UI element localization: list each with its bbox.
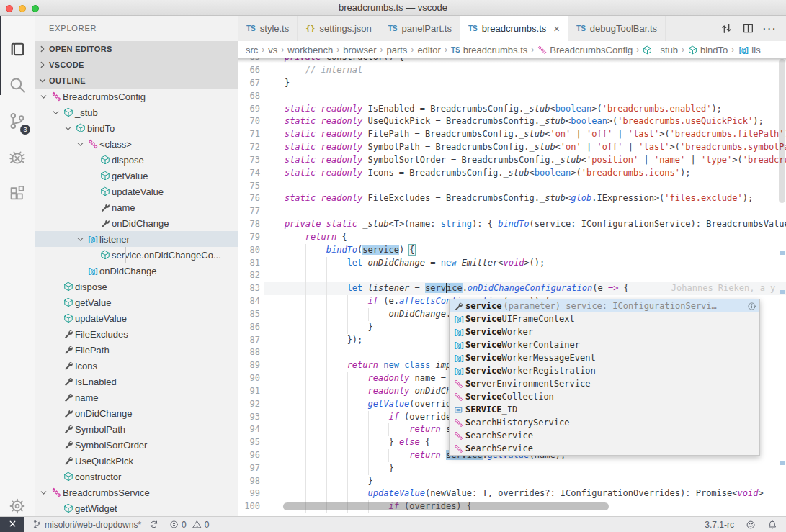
code-line-66[interactable]: // internal <box>264 64 786 77</box>
breadcrumb-item-src[interactable]: src <box>246 45 258 55</box>
suggest-item-servicecollection[interactable]: ServiceCollection <box>450 390 759 403</box>
outline-item-service-ondidchangeco-[interactable]: service.onDidChangeCo... <box>35 247 238 263</box>
outline-item-name[interactable]: name <box>35 199 238 215</box>
outline-item-ondidchange[interactable]: onDidChange <box>35 405 238 421</box>
chevron-down-icon[interactable] <box>38 91 49 102</box>
outline-item-name[interactable]: name <box>35 389 238 405</box>
suggest-item-serviceworkermessageevent[interactable]: [@]ServiceWorkerMessageEvent <box>450 351 759 364</box>
section-header-vscode[interactable]: VSCODE <box>35 57 238 73</box>
breadcrumb-item-vs[interactable]: vs <box>268 45 277 55</box>
suggest-item-searchservice[interactable]: SearchService <box>450 429 759 442</box>
outline-item-isenabled[interactable]: IsEnabled <box>35 374 238 389</box>
outline-item-ondidchange[interactable]: [@]onDidChange <box>35 263 238 279</box>
outline-item-listener[interactable]: [@]listener <box>35 231 238 247</box>
section-header-open-editors[interactable]: OPEN EDITORS <box>35 41 238 57</box>
suggest-item-searchhistoryservice[interactable]: SearchHistoryService <box>450 416 759 429</box>
breadcrumb-item-lis[interactable]: [@]lis <box>738 45 760 55</box>
code-line-78[interactable]: private static _stub<T>(name: string): {… <box>264 218 786 231</box>
code-line-81[interactable]: let onDidChange = new Emitter<void>(); <box>264 257 786 270</box>
breadcrumb-item-breadcrumbsconfig[interactable]: BreadcrumbsConfig <box>537 45 633 55</box>
problems-status[interactable]: 0 0 <box>169 520 209 530</box>
code-line-68[interactable] <box>264 90 786 103</box>
code-line-83[interactable]: let listener = service.onDidChangeConfig… <box>264 282 786 295</box>
activity-item-debug-icon[interactable] <box>0 140 35 176</box>
split-editor-icon[interactable] <box>737 16 759 41</box>
breadcrumb-item-parts[interactable]: parts <box>386 45 407 55</box>
tab-breadcrumbs-ts[interactable]: TSbreadcrumbs.ts× <box>460 16 568 41</box>
tab-style-ts[interactable]: TSstyle.ts <box>238 16 298 41</box>
code-line-75[interactable] <box>264 180 786 193</box>
tab-panelPart-ts[interactable]: TSpanelPart.ts <box>380 16 460 41</box>
chevron-down-icon[interactable] <box>38 487 49 498</box>
info-icon[interactable] <box>747 302 756 311</box>
code-line-69[interactable]: static readonly IsEnabled = BreadcrumbsC… <box>264 103 786 116</box>
suggest-item-serviceworkercontainer[interactable]: [@]ServiceWorkerContainer <box>450 338 759 351</box>
outline-item-breadcrumbsconfig[interactable]: BreadcrumbsConfig <box>35 89 238 104</box>
outline-item-constructor[interactable]: constructor <box>35 469 238 484</box>
outline-item-ondidchange[interactable]: onDidChange <box>35 215 238 231</box>
breadcrumb-item-bindto[interactable]: bindTo <box>688 45 728 55</box>
outline-item--stub[interactable]: _stub <box>35 104 238 120</box>
notifications-bell-icon[interactable] <box>767 520 777 530</box>
outline-item-updatevalue[interactable]: updateValue <box>35 184 238 199</box>
tab-settings-json[interactable]: {}settings.json <box>298 16 380 41</box>
activity-item-source-control-icon[interactable]: 3 <box>0 103 35 139</box>
code-line-79[interactable]: return { <box>264 231 786 244</box>
code-line-82[interactable] <box>264 269 786 282</box>
outline-item-getvalue[interactable]: getValue <box>35 168 238 184</box>
code-line-67[interactable]: } <box>264 77 786 90</box>
code-line-76[interactable]: static readonly FileExcludes = Breadcrum… <box>264 192 786 205</box>
feedback-smiley-icon[interactable] <box>746 520 756 530</box>
chevron-down-icon[interactable] <box>63 122 73 134</box>
code-line-80[interactable]: bindTo(service) { <box>264 244 786 257</box>
breadcrumb-item-workbench[interactable]: workbench <box>287 45 333 55</box>
outline-item-breadcrumbsservice[interactable]: BreadcrumbsService <box>35 484 238 500</box>
outline-item-symbolsortorder[interactable]: SymbolSortOrder <box>35 437 238 453</box>
more-actions-icon[interactable]: ··· <box>759 16 780 41</box>
code-line-73[interactable]: static readonly SymbolSortOrder = Breadc… <box>264 154 786 167</box>
code-line-71[interactable]: static readonly FilePath = BreadcrumbsCo… <box>264 128 786 141</box>
outline-item-usequickpick[interactable]: UseQuickPick <box>35 453 238 469</box>
tab-debugToolBar-ts[interactable]: TSdebugToolBar.ts <box>568 16 666 41</box>
outline-item-dispose[interactable]: dispose <box>35 279 238 294</box>
code-line-77[interactable] <box>264 205 786 218</box>
outline-item-getvalue[interactable]: getValue <box>35 294 238 310</box>
sync-status[interactable] <box>149 520 161 529</box>
suggest-item-searchservice[interactable]: SearchService <box>450 442 759 455</box>
activity-item-extensions-icon[interactable] <box>0 176 35 212</box>
activity-item-search-icon[interactable] <box>0 67 35 103</box>
breadcrumb-item-browser[interactable]: browser <box>343 45 376 55</box>
outline-item--class-[interactable]: <class> <box>35 136 238 152</box>
outline-item-updatevalue[interactable]: updateValue <box>35 310 238 326</box>
activity-item-explorer-icon[interactable] <box>0 31 35 67</box>
code-line-97[interactable]: } <box>264 462 786 475</box>
suggest-item-service[interactable]: service (parameter) service: IConfigurat… <box>450 299 759 312</box>
suggest-item-serviceworker[interactable]: [@]ServiceWorker <box>450 325 759 338</box>
breadcrumb-item--stub[interactable]: _stub <box>643 45 678 55</box>
chevron-down-icon[interactable] <box>75 138 86 150</box>
outline-item-filepath[interactable]: FilePath <box>35 342 238 358</box>
suggest-item-serviceuiframecontext[interactable]: [@]ServiceUIFrameContext <box>450 312 759 325</box>
outline-item-dispose[interactable]: dispose <box>35 152 238 168</box>
chevron-down-icon[interactable] <box>75 233 86 245</box>
remote-indicator[interactable] <box>0 517 24 532</box>
code-line-99[interactable]: updateValue(newValue: T, overrides?: ICo… <box>264 487 786 500</box>
suggest-item-serviceworkerregistration[interactable]: [@]ServiceWorkerRegistration <box>450 364 759 377</box>
open-changes-icon[interactable] <box>715 16 737 41</box>
suggest-item-serverenvironmentservice[interactable]: ServerEnvironmentService <box>450 377 759 390</box>
code-editor[interactable]: 6566676869707172737475767778798081828384… <box>238 58 786 516</box>
code-line-72[interactable]: static readonly SymbolPath = Breadcrumbs… <box>264 141 786 154</box>
code-line-98[interactable]: } <box>264 475 786 488</box>
code-line-70[interactable]: static readonly UseQuickPick = Breadcrum… <box>264 115 786 128</box>
chevron-down-icon[interactable] <box>50 107 61 118</box>
suggest-item-service_id[interactable]: SERVICE_ID <box>450 403 759 416</box>
outline-item-icons[interactable]: Icons <box>35 358 238 374</box>
git-branch-status[interactable]: misolori/web-dropdowns* <box>32 520 141 530</box>
code-line-74[interactable]: static readonly Icons = BreadcrumbsConfi… <box>264 167 786 180</box>
code-line-65[interactable]: private constructor() { <box>264 58 786 64</box>
intellisense-suggest-widget[interactable]: service (parameter) service: IConfigurat… <box>449 299 760 456</box>
breadcrumb-item-editor[interactable]: editor <box>417 45 441 55</box>
outline-item-symbolpath[interactable]: SymbolPath <box>35 421 238 437</box>
horizontal-scrollbar[interactable] <box>283 502 609 510</box>
outline-item-getwidget[interactable]: getWidget <box>35 500 238 516</box>
